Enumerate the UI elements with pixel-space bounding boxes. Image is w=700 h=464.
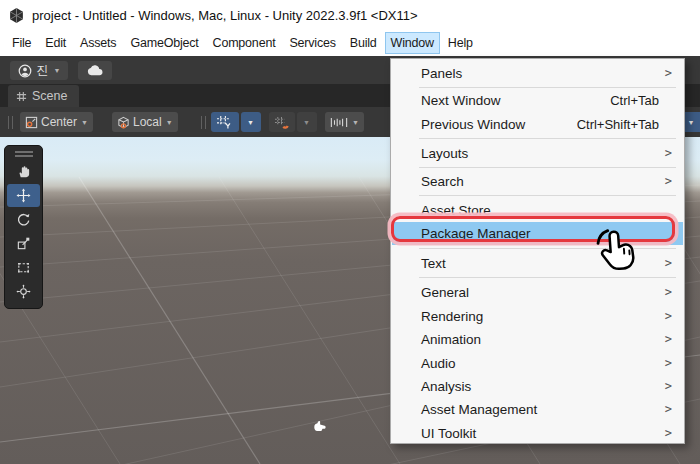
- menu-assets[interactable]: Assets: [74, 32, 122, 54]
- grid-visibility-button[interactable]: [211, 112, 239, 132]
- magnet-icon: [274, 116, 289, 129]
- submenu-arrow-icon: >: [665, 356, 672, 370]
- menu-build[interactable]: Build: [344, 32, 383, 54]
- menu-component[interactable]: Component: [207, 32, 282, 54]
- chevron-down-icon: ▼: [688, 119, 695, 126]
- view-hand-tool[interactable]: [7, 160, 40, 183]
- menu-separator: [419, 167, 676, 168]
- transform-icon: [16, 284, 31, 299]
- grid-icon: [16, 91, 27, 102]
- chevron-down-icon: ▼: [54, 67, 61, 74]
- rotate-tool[interactable]: [7, 208, 40, 231]
- pivot-mode-label: Center: [41, 115, 77, 129]
- snap-button[interactable]: [269, 112, 295, 132]
- submenu-arrow-icon: >: [665, 309, 672, 323]
- tool-palette: [4, 145, 43, 309]
- submenu-arrow-icon: >: [665, 379, 672, 393]
- menu-item-previous-window[interactable]: Previous Window Ctrl+Shift+Tab: [392, 113, 683, 136]
- move-arrows-icon: [16, 188, 31, 203]
- rotate-icon: [16, 212, 31, 227]
- cloud-icon: [87, 65, 104, 76]
- shortcut-label: Ctrl+Shift+Tab: [577, 117, 659, 132]
- snap-increment-button[interactable]: ▼: [325, 112, 364, 132]
- account-button[interactable]: 진 ▼: [10, 61, 68, 80]
- grid-y-icon: [216, 115, 232, 129]
- account-label: 진: [37, 62, 49, 79]
- submenu-arrow-icon: >: [665, 402, 672, 416]
- grid-visibility-dropdown[interactable]: ▼: [241, 112, 261, 132]
- unity-editor-window: project - Untitled - Windows, Mac, Linux…: [0, 0, 700, 464]
- move-tool[interactable]: [7, 184, 40, 207]
- menu-separator: [419, 195, 676, 196]
- account-icon: [18, 64, 32, 78]
- transform-tool[interactable]: [7, 280, 40, 303]
- chevron-down-icon: ▼: [247, 119, 254, 126]
- title-bar: project - Untitled - Windows, Mac, Linux…: [0, 0, 700, 30]
- menu-item-panels[interactable]: Panels >: [392, 62, 683, 85]
- submenu-arrow-icon: >: [665, 146, 672, 160]
- orientation-button[interactable]: Local ▼: [112, 112, 178, 132]
- menu-separator: [419, 248, 676, 249]
- window-title: project - Untitled - Windows, Mac, Linux…: [32, 8, 418, 23]
- menu-item-analysis[interactable]: Analysis >: [392, 375, 683, 398]
- ruler-icon: [330, 117, 348, 128]
- scale-icon: [16, 236, 31, 251]
- pivot-icon: [25, 116, 38, 129]
- palette-drag-handle[interactable]: [15, 151, 33, 157]
- menu-item-text[interactable]: Text >: [392, 252, 683, 275]
- chevron-down-icon: ▼: [81, 119, 88, 126]
- tab-scene[interactable]: Scene: [8, 85, 79, 107]
- toolbar-grip-handle[interactable]: [8, 116, 13, 129]
- menu-window[interactable]: Window: [385, 32, 440, 54]
- submenu-arrow-icon: >: [665, 66, 672, 80]
- shortcut-label: Ctrl+Tab: [610, 93, 659, 108]
- menu-services[interactable]: Services: [283, 32, 341, 54]
- submenu-arrow-icon: >: [665, 285, 672, 299]
- menu-item-layouts[interactable]: Layouts >: [392, 142, 683, 165]
- menu-item-audio[interactable]: Audio >: [392, 352, 683, 375]
- menu-item-animation[interactable]: Animation >: [392, 328, 683, 351]
- menu-item-search[interactable]: Search >: [392, 170, 683, 193]
- menu-item-asset-management[interactable]: Asset Management >: [392, 398, 683, 421]
- menu-bar: File Edit Assets GameObject Component Se…: [0, 30, 700, 56]
- chevron-down-icon: ▼: [303, 119, 310, 126]
- submenu-arrow-icon: >: [665, 174, 672, 188]
- click-hand-icon: [587, 224, 638, 277]
- unity-logo-icon: [8, 7, 25, 24]
- chevron-down-icon: ▼: [352, 119, 359, 126]
- menu-item-general[interactable]: General >: [392, 281, 683, 304]
- menu-help[interactable]: Help: [442, 32, 479, 54]
- menu-file[interactable]: File: [6, 32, 37, 54]
- menu-item-ui-toolkit[interactable]: UI Toolkit >: [392, 422, 683, 445]
- cube-icon: [117, 116, 130, 129]
- menu-item-rendering[interactable]: Rendering >: [392, 305, 683, 328]
- pivot-mode-button[interactable]: Center ▼: [20, 112, 93, 132]
- window-dropdown-menu: Panels > Next Window Ctrl+Tab Previous W…: [390, 58, 685, 444]
- snap-dropdown[interactable]: ▼: [297, 112, 317, 132]
- cloud-button[interactable]: [78, 61, 112, 80]
- toolbar-grip-handle[interactable]: [201, 116, 206, 129]
- scene-cursor-icon: [312, 419, 328, 433]
- menu-gameobject[interactable]: GameObject: [124, 32, 204, 54]
- menu-item-next-window[interactable]: Next Window Ctrl+Tab: [392, 89, 683, 112]
- menu-edit[interactable]: Edit: [39, 32, 72, 54]
- menu-separator: [419, 277, 676, 278]
- scale-tool[interactable]: [7, 232, 40, 255]
- hand-icon: [16, 164, 31, 179]
- submenu-arrow-icon: >: [665, 332, 672, 346]
- submenu-arrow-icon: >: [665, 426, 672, 440]
- submenu-arrow-icon: >: [665, 256, 672, 270]
- menu-separator: [419, 138, 676, 139]
- orientation-label: Local: [133, 115, 162, 129]
- tab-scene-label: Scene: [32, 89, 67, 103]
- chevron-down-icon: ▼: [166, 119, 173, 126]
- rect-icon: [16, 260, 31, 275]
- rect-tool[interactable]: [7, 256, 40, 279]
